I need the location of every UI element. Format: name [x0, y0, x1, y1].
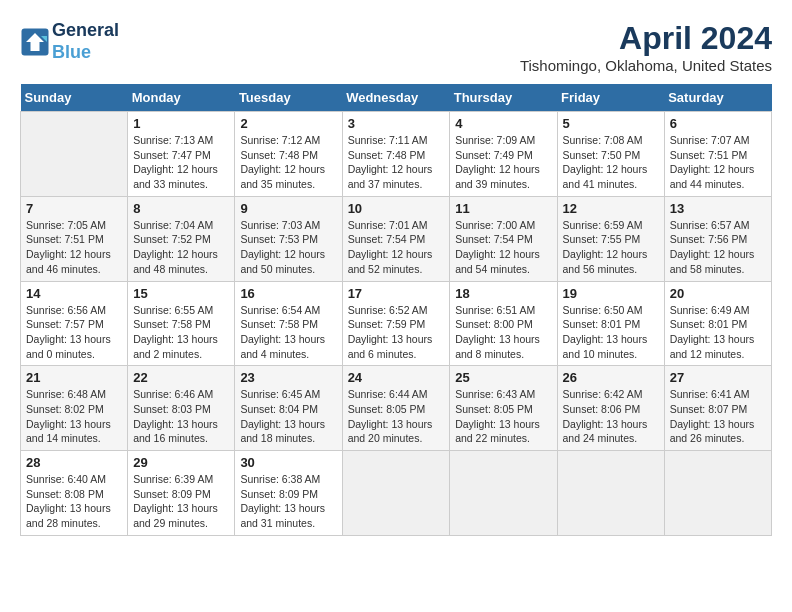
day-number: 25 — [455, 370, 551, 385]
calendar-cell: 12Sunrise: 6:59 AMSunset: 7:55 PMDayligh… — [557, 196, 664, 281]
day-info: Sunrise: 6:44 AMSunset: 8:05 PMDaylight:… — [348, 387, 445, 446]
day-info: Sunrise: 7:13 AMSunset: 7:47 PMDaylight:… — [133, 133, 229, 192]
calendar-cell: 4Sunrise: 7:09 AMSunset: 7:49 PMDaylight… — [450, 112, 557, 197]
day-number: 3 — [348, 116, 445, 131]
calendar-cell: 19Sunrise: 6:50 AMSunset: 8:01 PMDayligh… — [557, 281, 664, 366]
day-info: Sunrise: 6:57 AMSunset: 7:56 PMDaylight:… — [670, 218, 766, 277]
calendar-cell: 28Sunrise: 6:40 AMSunset: 8:08 PMDayligh… — [21, 451, 128, 536]
day-number: 23 — [240, 370, 336, 385]
day-number: 28 — [26, 455, 122, 470]
day-info: Sunrise: 6:40 AMSunset: 8:08 PMDaylight:… — [26, 472, 122, 531]
calendar-cell: 20Sunrise: 6:49 AMSunset: 8:01 PMDayligh… — [664, 281, 771, 366]
calendar-cell: 16Sunrise: 6:54 AMSunset: 7:58 PMDayligh… — [235, 281, 342, 366]
day-number: 12 — [563, 201, 659, 216]
calendar-week-row: 21Sunrise: 6:48 AMSunset: 8:02 PMDayligh… — [21, 366, 772, 451]
calendar-cell: 6Sunrise: 7:07 AMSunset: 7:51 PMDaylight… — [664, 112, 771, 197]
day-info: Sunrise: 7:01 AMSunset: 7:54 PMDaylight:… — [348, 218, 445, 277]
logo-line2: Blue — [52, 42, 119, 64]
day-number: 5 — [563, 116, 659, 131]
calendar-cell: 5Sunrise: 7:08 AMSunset: 7:50 PMDaylight… — [557, 112, 664, 197]
day-number: 4 — [455, 116, 551, 131]
calendar-week-row: 28Sunrise: 6:40 AMSunset: 8:08 PMDayligh… — [21, 451, 772, 536]
day-info: Sunrise: 7:11 AMSunset: 7:48 PMDaylight:… — [348, 133, 445, 192]
day-info: Sunrise: 6:38 AMSunset: 8:09 PMDaylight:… — [240, 472, 336, 531]
page-header: General Blue April 2024 Tishomingo, Okla… — [20, 20, 772, 74]
day-number: 22 — [133, 370, 229, 385]
calendar-cell: 15Sunrise: 6:55 AMSunset: 7:58 PMDayligh… — [128, 281, 235, 366]
day-info: Sunrise: 6:42 AMSunset: 8:06 PMDaylight:… — [563, 387, 659, 446]
day-info: Sunrise: 7:05 AMSunset: 7:51 PMDaylight:… — [26, 218, 122, 277]
calendar-cell: 1Sunrise: 7:13 AMSunset: 7:47 PMDaylight… — [128, 112, 235, 197]
calendar-cell: 23Sunrise: 6:45 AMSunset: 8:04 PMDayligh… — [235, 366, 342, 451]
calendar-cell: 8Sunrise: 7:04 AMSunset: 7:52 PMDaylight… — [128, 196, 235, 281]
day-number: 29 — [133, 455, 229, 470]
day-number: 1 — [133, 116, 229, 131]
calendar-cell — [557, 451, 664, 536]
logo-icon — [20, 27, 50, 57]
calendar-cell: 26Sunrise: 6:42 AMSunset: 8:06 PMDayligh… — [557, 366, 664, 451]
calendar-cell — [342, 451, 450, 536]
weekday-header-thursday: Thursday — [450, 84, 557, 112]
weekday-header-saturday: Saturday — [664, 84, 771, 112]
day-number: 20 — [670, 286, 766, 301]
day-number: 10 — [348, 201, 445, 216]
calendar-week-row: 7Sunrise: 7:05 AMSunset: 7:51 PMDaylight… — [21, 196, 772, 281]
day-info: Sunrise: 6:41 AMSunset: 8:07 PMDaylight:… — [670, 387, 766, 446]
day-info: Sunrise: 7:09 AMSunset: 7:49 PMDaylight:… — [455, 133, 551, 192]
day-info: Sunrise: 6:54 AMSunset: 7:58 PMDaylight:… — [240, 303, 336, 362]
day-info: Sunrise: 6:48 AMSunset: 8:02 PMDaylight:… — [26, 387, 122, 446]
calendar-cell: 10Sunrise: 7:01 AMSunset: 7:54 PMDayligh… — [342, 196, 450, 281]
weekday-header-wednesday: Wednesday — [342, 84, 450, 112]
day-number: 24 — [348, 370, 445, 385]
day-info: Sunrise: 7:12 AMSunset: 7:48 PMDaylight:… — [240, 133, 336, 192]
weekday-header-tuesday: Tuesday — [235, 84, 342, 112]
day-number: 16 — [240, 286, 336, 301]
calendar-cell: 9Sunrise: 7:03 AMSunset: 7:53 PMDaylight… — [235, 196, 342, 281]
calendar-cell: 27Sunrise: 6:41 AMSunset: 8:07 PMDayligh… — [664, 366, 771, 451]
day-number: 18 — [455, 286, 551, 301]
logo-line1: General — [52, 20, 119, 42]
day-info: Sunrise: 6:55 AMSunset: 7:58 PMDaylight:… — [133, 303, 229, 362]
day-info: Sunrise: 7:03 AMSunset: 7:53 PMDaylight:… — [240, 218, 336, 277]
day-number: 6 — [670, 116, 766, 131]
calendar-cell: 7Sunrise: 7:05 AMSunset: 7:51 PMDaylight… — [21, 196, 128, 281]
calendar-cell: 24Sunrise: 6:44 AMSunset: 8:05 PMDayligh… — [342, 366, 450, 451]
day-info: Sunrise: 6:50 AMSunset: 8:01 PMDaylight:… — [563, 303, 659, 362]
day-info: Sunrise: 6:43 AMSunset: 8:05 PMDaylight:… — [455, 387, 551, 446]
weekday-header-sunday: Sunday — [21, 84, 128, 112]
day-number: 27 — [670, 370, 766, 385]
day-number: 15 — [133, 286, 229, 301]
day-info: Sunrise: 7:07 AMSunset: 7:51 PMDaylight:… — [670, 133, 766, 192]
calendar-cell — [21, 112, 128, 197]
day-number: 17 — [348, 286, 445, 301]
weekday-header-friday: Friday — [557, 84, 664, 112]
calendar-cell: 17Sunrise: 6:52 AMSunset: 7:59 PMDayligh… — [342, 281, 450, 366]
month-year: April 2024 — [520, 20, 772, 57]
calendar-cell: 29Sunrise: 6:39 AMSunset: 8:09 PMDayligh… — [128, 451, 235, 536]
calendar-cell: 21Sunrise: 6:48 AMSunset: 8:02 PMDayligh… — [21, 366, 128, 451]
calendar-week-row: 14Sunrise: 6:56 AMSunset: 7:57 PMDayligh… — [21, 281, 772, 366]
day-number: 14 — [26, 286, 122, 301]
logo: General Blue — [20, 20, 119, 63]
day-info: Sunrise: 6:49 AMSunset: 8:01 PMDaylight:… — [670, 303, 766, 362]
day-info: Sunrise: 6:59 AMSunset: 7:55 PMDaylight:… — [563, 218, 659, 277]
calendar-cell: 13Sunrise: 6:57 AMSunset: 7:56 PMDayligh… — [664, 196, 771, 281]
day-number: 19 — [563, 286, 659, 301]
day-info: Sunrise: 6:56 AMSunset: 7:57 PMDaylight:… — [26, 303, 122, 362]
weekday-header-monday: Monday — [128, 84, 235, 112]
day-info: Sunrise: 7:08 AMSunset: 7:50 PMDaylight:… — [563, 133, 659, 192]
day-info: Sunrise: 6:46 AMSunset: 8:03 PMDaylight:… — [133, 387, 229, 446]
day-info: Sunrise: 7:04 AMSunset: 7:52 PMDaylight:… — [133, 218, 229, 277]
calendar-cell: 25Sunrise: 6:43 AMSunset: 8:05 PMDayligh… — [450, 366, 557, 451]
day-number: 7 — [26, 201, 122, 216]
day-info: Sunrise: 6:45 AMSunset: 8:04 PMDaylight:… — [240, 387, 336, 446]
day-info: Sunrise: 7:00 AMSunset: 7:54 PMDaylight:… — [455, 218, 551, 277]
day-info: Sunrise: 6:51 AMSunset: 8:00 PMDaylight:… — [455, 303, 551, 362]
calendar-cell: 3Sunrise: 7:11 AMSunset: 7:48 PMDaylight… — [342, 112, 450, 197]
weekday-header-row: SundayMondayTuesdayWednesdayThursdayFrid… — [21, 84, 772, 112]
calendar-table: SundayMondayTuesdayWednesdayThursdayFrid… — [20, 84, 772, 536]
day-info: Sunrise: 6:39 AMSunset: 8:09 PMDaylight:… — [133, 472, 229, 531]
day-number: 21 — [26, 370, 122, 385]
calendar-cell: 14Sunrise: 6:56 AMSunset: 7:57 PMDayligh… — [21, 281, 128, 366]
day-number: 13 — [670, 201, 766, 216]
